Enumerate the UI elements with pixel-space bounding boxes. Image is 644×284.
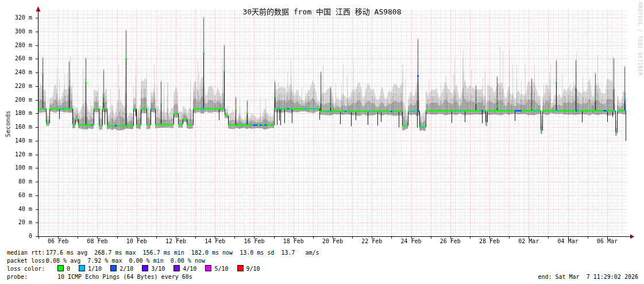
loss-color-legend: 01/102/103/104/105/109/10 xyxy=(57,266,269,272)
y-tick-label: 160 m xyxy=(0,124,32,130)
y-tick-label: 100 m xyxy=(0,165,32,171)
x-tick-label: 10 Feb xyxy=(117,239,157,244)
latency-chart-canvas xyxy=(0,0,644,248)
loss-legend-label: 2/10 xyxy=(119,266,133,272)
loss-color-row: loss color:01/102/103/104/105/109/10 xyxy=(7,265,319,273)
loss-legend-item: 9/10 xyxy=(237,266,260,272)
x-tick-label: 28 Feb xyxy=(469,239,510,244)
y-tick-label: 260 m xyxy=(0,56,32,62)
loss-color-label: loss color: xyxy=(7,265,57,273)
x-tick-label: 20 Feb xyxy=(313,239,353,244)
loss-legend-label: 4/10 xyxy=(183,266,196,272)
loss-color-swatch xyxy=(205,265,211,271)
stats-footer: median rtt:177.6 ms avg 268.7 ms max 156… xyxy=(7,249,319,281)
y-tick-label: 300 m xyxy=(0,29,32,34)
loss-color-swatch xyxy=(237,265,244,271)
y-tick-label: 0 xyxy=(0,233,32,239)
y-tick-label: 220 m xyxy=(0,83,32,89)
x-tick-label: 04 Mar xyxy=(548,239,588,244)
x-tick-label: 18 Feb xyxy=(273,239,314,244)
loss-legend-item: 1/10 xyxy=(79,266,102,272)
loss-legend-label: 3/10 xyxy=(151,266,165,272)
loss-legend-label: 1/10 xyxy=(88,266,102,272)
loss-legend-label: 5/10 xyxy=(214,266,228,272)
loss-color-swatch xyxy=(57,265,64,271)
x-tick-label: 02 Mar xyxy=(508,239,549,244)
probe-info: 10 ICMP Echo Pings (64 Bytes) every 60s xyxy=(57,274,192,280)
x-tick-label: 12 Feb xyxy=(156,239,196,244)
y-tick-label: 20 m xyxy=(0,220,32,225)
loss-legend-item: 4/10 xyxy=(173,266,196,272)
x-tick-label: 22 Feb xyxy=(352,239,392,244)
y-tick-label: 120 m xyxy=(0,152,32,158)
packet-loss-stats: 0.08 % avg 7.92 % max 0.00 % min 0.00 % … xyxy=(46,258,205,264)
loss-legend-item: 2/10 xyxy=(110,266,133,272)
y-tick-label: 280 m xyxy=(0,43,32,48)
y-tick-label: 40 m xyxy=(0,206,32,212)
end-timestamp: end: Sat Mar 7 11:29:02 2026 xyxy=(538,273,638,281)
median-rtt-stats: 177.6 ms avg 268.7 ms max 156.7 ms min 1… xyxy=(46,250,319,256)
y-tick-label: 60 m xyxy=(0,193,32,198)
packet-loss-row: packet loss:0.08 % avg 7.92 % max 0.00 %… xyxy=(7,257,319,265)
x-tick-label: 06 Mar xyxy=(587,239,627,244)
probe-row: probe:10 ICMP Echo Pings (64 Bytes) ever… xyxy=(7,273,319,281)
loss-legend-label: 9/10 xyxy=(246,266,260,272)
x-tick-label: 26 Feb xyxy=(430,239,471,244)
loss-legend-label: 0 xyxy=(67,266,70,272)
rrdtool-branding: RRDTOOL / TOBI OETIKER xyxy=(637,2,642,76)
loss-color-swatch xyxy=(79,265,85,271)
loss-color-swatch xyxy=(110,265,117,271)
median-rtt-row: median rtt:177.6 ms avg 268.7 ms max 156… xyxy=(7,249,319,257)
y-tick-label: 140 m xyxy=(0,138,32,144)
probe-label: probe: xyxy=(7,273,57,281)
y-tick-label: 240 m xyxy=(0,70,32,75)
loss-color-swatch xyxy=(173,265,180,271)
packet-loss-label: packet loss: xyxy=(7,257,46,265)
smokeping-graph: 30天前的数据 from 中国 江西 移动 AS9808 Seconds 020… xyxy=(0,0,644,284)
x-tick-label: 08 Feb xyxy=(77,239,117,244)
x-tick-label: 24 Feb xyxy=(391,239,431,244)
y-tick-label: 180 m xyxy=(0,110,32,116)
chart-title: 30天前的数据 from 中国 江西 移动 AS9808 xyxy=(0,6,644,17)
x-tick-label: 06 Feb xyxy=(38,239,78,244)
y-tick-label: 320 m xyxy=(0,15,32,21)
loss-legend-item: 5/10 xyxy=(205,266,228,272)
y-tick-label: 80 m xyxy=(0,179,32,185)
x-tick-label: 14 Feb xyxy=(195,239,235,244)
x-tick-label: 16 Feb xyxy=(234,239,274,244)
loss-legend-item: 0 xyxy=(57,266,70,272)
loss-legend-item: 3/10 xyxy=(142,266,165,272)
median-rtt-label: median rtt: xyxy=(7,249,46,257)
y-tick-label: 200 m xyxy=(0,97,32,103)
loss-color-swatch xyxy=(142,265,148,271)
